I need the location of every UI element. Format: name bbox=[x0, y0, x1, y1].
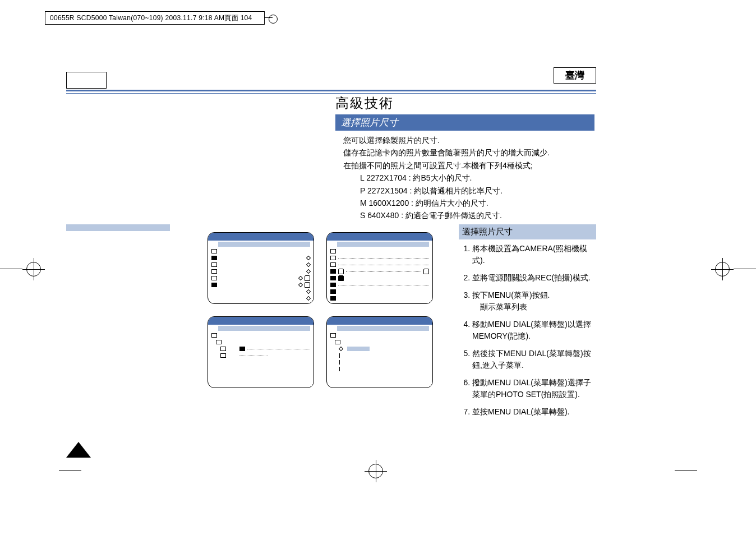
intro-line: 您可以選擇錄製照片的尺寸. bbox=[343, 134, 594, 146]
diamond-icon bbox=[339, 347, 343, 351]
diamond-icon bbox=[306, 262, 311, 267]
size-mode-M: M 1600X1200 : 約明信片大小的尺寸. bbox=[360, 197, 594, 209]
intro-line: 在拍攝不同的照片之間可設置尺寸.本機有下列4種模式; bbox=[343, 159, 594, 172]
menu-icon bbox=[211, 262, 217, 267]
registration-mark-right bbox=[700, 258, 756, 280]
size-mode-P: P 2272X1504 : 約以普通相片的比率尺寸. bbox=[360, 185, 594, 197]
diamond-icon bbox=[306, 256, 311, 260]
spine-connector bbox=[265, 17, 273, 18]
crop-line bbox=[675, 470, 697, 471]
menu-icon bbox=[330, 262, 336, 267]
dotted-line bbox=[239, 355, 268, 356]
screen-highlight bbox=[218, 242, 310, 247]
diamond-icon bbox=[306, 289, 311, 294]
menu-icon bbox=[211, 256, 217, 260]
menu-icon bbox=[330, 296, 336, 301]
intro-text: 您可以選擇錄製照片的尺寸. 儲存在記憶卡內的照片數量會隨著照片的尺寸的增大而減少… bbox=[335, 131, 594, 222]
screen-highlight bbox=[337, 242, 429, 247]
menu-icon bbox=[330, 269, 336, 274]
menu-screen-2 bbox=[326, 232, 433, 304]
diamond-icon bbox=[298, 283, 303, 287]
intro-line: 儲存在記憶卡內的照片數量會隨著照片的尺寸的增大而減少. bbox=[343, 146, 594, 159]
registration-mark-bottom bbox=[348, 460, 404, 482]
section-title: 選擇照片尺寸 bbox=[335, 114, 594, 131]
screen-header bbox=[327, 233, 432, 241]
steps-list: 將本機設置為CAMERA(照相機模式). 並將電源開關設為REC(拍攝)模式. … bbox=[459, 243, 596, 418]
screen-header bbox=[208, 317, 314, 325]
lock-icon bbox=[305, 282, 310, 288]
screen-header bbox=[208, 233, 314, 241]
menu-icon bbox=[330, 289, 336, 294]
document-spine-text: 00655R SCD5000 Taiwan(070~109) 2003.11.7… bbox=[48, 13, 255, 23]
left-margin-bar bbox=[66, 224, 170, 231]
menu-icon bbox=[330, 276, 336, 280]
menu-icon bbox=[211, 333, 217, 338]
selected-item bbox=[347, 347, 370, 351]
tree-line bbox=[339, 353, 340, 358]
menu-icon bbox=[211, 269, 217, 274]
menu-icon bbox=[335, 340, 340, 344]
step-item: 然後按下MENU DIAL(菜單轉盤)按鈕,進入子菜單. bbox=[472, 348, 596, 371]
registration-mark-left bbox=[0, 258, 56, 280]
screen-highlight bbox=[337, 326, 429, 331]
menu-icon bbox=[211, 249, 217, 253]
steps-column: 選擇照片尺寸 將本機設置為CAMERA(照相機模式). 並將電源開關設為REC(… bbox=[459, 224, 596, 423]
dotted-line bbox=[247, 348, 310, 349]
menu-icon bbox=[330, 333, 336, 338]
step-item: 按下MENU(菜單)按鈕. 顯示菜單列表 bbox=[472, 289, 596, 313]
menu-icon bbox=[220, 347, 226, 351]
menu-icon bbox=[211, 276, 217, 280]
lock-icon bbox=[305, 275, 310, 281]
size-mode-L: L 2272X1704 : 約B5大小的尺寸. bbox=[360, 172, 594, 184]
menu-icon bbox=[220, 353, 226, 358]
diamond-icon bbox=[298, 276, 303, 280]
lock-icon bbox=[423, 269, 429, 274]
dotted-line bbox=[346, 271, 421, 272]
lock-icon bbox=[338, 275, 344, 281]
page-corner-triangle-icon bbox=[66, 442, 91, 458]
step-item: 移動MENU DIAL(菜單轉盤)以選擇MEMORY(記憶). bbox=[472, 319, 596, 342]
header-rule bbox=[66, 72, 596, 87]
screen-header bbox=[327, 317, 432, 325]
step-item: 並將電源開關設為REC(拍攝)模式. bbox=[472, 272, 596, 284]
steps-title: 選擇照片尺寸 bbox=[459, 224, 596, 239]
step-item: 撥動MENU DIAL(菜單轉盤)選擇子菜單的PHOTO SET(拍照設置). bbox=[472, 377, 596, 400]
menu-screen-4 bbox=[326, 316, 433, 388]
menu-icon bbox=[330, 256, 336, 260]
tree-line bbox=[339, 367, 340, 371]
menu-icon bbox=[216, 340, 222, 344]
page-heading: 高級技術 bbox=[335, 94, 594, 112]
menu-icon bbox=[330, 249, 336, 253]
crop-line bbox=[59, 470, 81, 471]
menu-icon bbox=[211, 283, 217, 287]
screen-highlight bbox=[218, 326, 310, 331]
diamond-icon bbox=[306, 296, 311, 301]
dotted-line bbox=[338, 264, 429, 265]
size-mode-S: S 640X480 : 約適合電子郵件傳送的尺寸. bbox=[360, 209, 594, 222]
step-text: 按下MENU(菜單)按鈕. bbox=[472, 290, 550, 299]
step-subtext: 顯示菜單列表 bbox=[472, 301, 596, 313]
menu-screen-3 bbox=[208, 316, 314, 388]
menu-icon bbox=[330, 283, 336, 287]
step-item: 並按MENU DIAL(菜單轉盤). bbox=[472, 406, 596, 418]
diamond-icon bbox=[306, 269, 311, 274]
menu-icon bbox=[239, 347, 245, 351]
menu-screen-1 bbox=[208, 232, 314, 304]
main-content: 高級技術 選擇照片尺寸 您可以選擇錄製照片的尺寸. 儲存在記憶卡內的照片數量會隨… bbox=[335, 94, 594, 222]
step-item: 將本機設置為CAMERA(照相機模式). bbox=[472, 243, 596, 266]
lock-icon bbox=[338, 269, 344, 274]
dotted-line bbox=[338, 284, 429, 285]
dotted-line bbox=[338, 257, 429, 259]
tree-line bbox=[339, 360, 340, 365]
